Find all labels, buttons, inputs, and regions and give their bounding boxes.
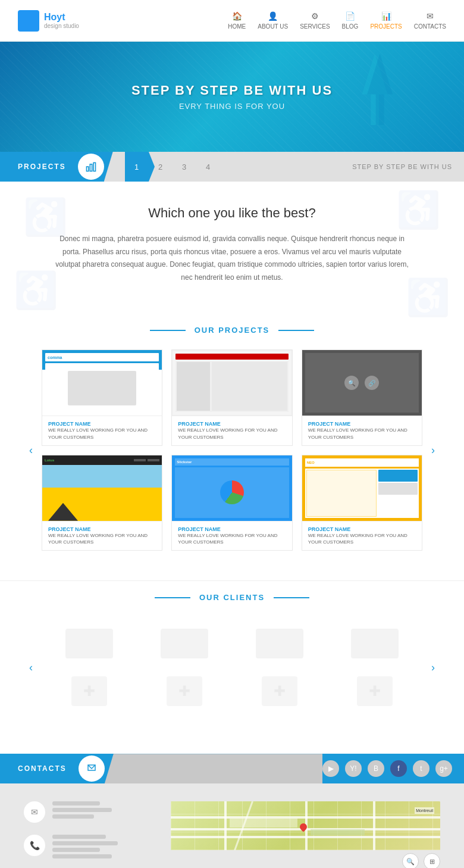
project-card-3[interactable]: 🔍 🔗 PROJECT NAME WE REALLY LOVE WORKING … bbox=[302, 349, 422, 445]
project-card-5[interactable]: Slickster PROJECT NAME WE REALLY LOVE WO… bbox=[171, 455, 292, 551]
email-line-2 bbox=[52, 808, 112, 812]
logo-sub: design studio bbox=[44, 23, 79, 29]
contacts-bar-label: CONTACTS bbox=[0, 764, 79, 773]
project-desc-2: WE REALLY LOVE WORKING FOR YOU AND YOUR … bbox=[178, 427, 286, 440]
project-info-3: PROJECT NAME WE REALLY LOVE WORKING FOR … bbox=[302, 416, 422, 445]
client-logo-2 bbox=[161, 629, 208, 658]
client-logo-1 bbox=[65, 629, 113, 658]
projects-icon: 📊 bbox=[380, 11, 392, 21]
nav-contacts[interactable]: ✉ CONTACTS bbox=[414, 11, 446, 30]
projects-bar-label: PROJECTS bbox=[0, 152, 78, 182]
clients-prev[interactable]: ‹ bbox=[24, 660, 38, 675]
project-thumb-2 bbox=[172, 350, 291, 416]
clients-grid-2: ✚ ✚ ✚ ✚ bbox=[42, 670, 422, 718]
project-card-4[interactable]: Lotus PROJECT NAME WE REALLY LOVE bbox=[42, 455, 162, 551]
hero-arrow bbox=[357, 54, 393, 125]
blog-icon: 📄 bbox=[344, 11, 356, 21]
projects-bar: PROJECTS 1 2 3 4 STEP BY STEP BE WITH US bbox=[0, 152, 464, 182]
map[interactable]: Montreuil bbox=[171, 801, 440, 850]
thumb-btn-6b bbox=[378, 483, 418, 495]
svg-rect-2 bbox=[86, 167, 88, 171]
thumb-content-5: Slickster bbox=[172, 455, 291, 521]
project-name-5: PROJECT NAME bbox=[178, 526, 286, 532]
thumb-header-1: comma bbox=[45, 353, 159, 361]
thumb-content-4: Lotus bbox=[42, 455, 162, 521]
bg-sym-4: ♿ bbox=[406, 276, 450, 319]
section-title: Which one you like the best? bbox=[36, 205, 428, 221]
client-logo-7: ✚ bbox=[262, 676, 297, 706]
social-googleplus[interactable]: g+ bbox=[435, 760, 452, 777]
contacts-icon-box bbox=[79, 755, 105, 782]
thumb-icons-3: 🔍 🔗 bbox=[305, 353, 419, 413]
phone-line-4 bbox=[52, 854, 112, 858]
map-block-1 bbox=[230, 819, 297, 828]
project-info-6: PROJECT NAME WE REALLY LOVE WORKING FOR … bbox=[302, 521, 422, 550]
thumb-icon-b: 🔗 bbox=[365, 376, 379, 390]
main-content: ♿ ♿ ♿ ♿ Which one you like the best? Don… bbox=[0, 182, 464, 326]
bg-sym-3: ♿ bbox=[14, 269, 58, 311]
about-icon: 👤 bbox=[267, 11, 279, 21]
our-projects-title: OUR PROJECTS bbox=[195, 326, 270, 335]
clients-grid-1 bbox=[42, 617, 422, 670]
phone-text-block bbox=[52, 835, 118, 861]
projects-carousel: ‹ comma PROJECT NAME WE REALLY LOVE WORK… bbox=[24, 349, 440, 551]
map-expand-btn[interactable]: ⊞ bbox=[424, 853, 440, 868]
project-card-1[interactable]: comma PROJECT NAME WE REALLY LOVE WORKIN… bbox=[42, 349, 162, 445]
social-blogger[interactable]: B bbox=[368, 760, 384, 777]
social-youtube[interactable]: ▶ bbox=[322, 760, 339, 777]
client-logo-6: ✚ bbox=[167, 676, 202, 706]
social-yahoo[interactable]: Y! bbox=[345, 760, 362, 777]
project-name-6: PROJECT NAME bbox=[308, 526, 416, 532]
project-name-2: PROJECT NAME bbox=[178, 421, 286, 427]
thumb-btn-6a bbox=[378, 470, 418, 482]
thumb-bar-5: Slickster bbox=[175, 458, 289, 466]
step-1[interactable]: 1 bbox=[125, 152, 149, 182]
project-name-3: PROJECT NAME bbox=[308, 421, 416, 427]
carousel-prev[interactable]: ‹ bbox=[24, 443, 38, 457]
project-desc-6: WE REALLY LOVE WORKING FOR YOU AND YOUR … bbox=[308, 532, 416, 545]
header-line-right bbox=[278, 330, 314, 331]
social-facebook[interactable]: f bbox=[390, 760, 407, 777]
thumb-sidebar-6 bbox=[378, 470, 418, 517]
hero-title: STEP BY STEP BE WITH US bbox=[131, 83, 333, 98]
step-4[interactable]: 4 bbox=[196, 152, 220, 182]
nav-services[interactable]: ⚙ SERVICES bbox=[300, 11, 330, 30]
hero-banner: STEP BY STEP BE WITH US EVRY THING IS FO… bbox=[0, 42, 464, 152]
nav-about[interactable]: 👤 ABOUT US bbox=[258, 11, 288, 30]
section-desc: Donec mi magna, pharetra posuere euismod… bbox=[54, 233, 410, 284]
thumb-body-6 bbox=[305, 469, 419, 518]
thumb-main bbox=[212, 362, 287, 411]
email-line-1 bbox=[52, 801, 100, 805]
clients-next[interactable]: › bbox=[426, 660, 440, 675]
thumb-content-3: 🔍 🔗 bbox=[302, 350, 422, 416]
thumb-mountain bbox=[48, 503, 78, 521]
nav-projects[interactable]: 📊 PROJECTS bbox=[370, 11, 402, 30]
our-projects-header: OUR PROJECTS bbox=[24, 326, 440, 335]
carousel-next[interactable]: › bbox=[426, 443, 440, 457]
project-card-2[interactable]: PROJECT NAME WE REALLY LOVE WORKING FOR … bbox=[171, 349, 292, 445]
project-thumb-6: NEO bbox=[302, 455, 422, 521]
nav-blog[interactable]: 📄 BLOG bbox=[342, 11, 359, 30]
thumb-main-6 bbox=[306, 470, 377, 517]
project-card-6[interactable]: NEO PROJECT NAME WE REALLY LOVE W bbox=[302, 455, 422, 551]
our-projects-section: OUR PROJECTS ‹ comma PROJECT NAME WE REA… bbox=[0, 326, 464, 574]
map-search-btn[interactable]: 🔍 bbox=[402, 853, 419, 868]
project-desc-4: WE REALLY LOVE WORKING FOR YOU AND YOUR … bbox=[48, 532, 156, 545]
nav-home[interactable]: 🏠 HOME bbox=[228, 11, 246, 30]
clients-section: OUR CLIENTS ‹ ✚ ✚ ✚ ✚ › bbox=[0, 580, 464, 742]
social-twitter[interactable]: t bbox=[413, 760, 429, 777]
clients-header: OUR CLIENTS bbox=[24, 593, 440, 602]
cross-1: ✚ bbox=[83, 683, 95, 700]
bar-tagline: STEP BY STEP BE WITH US bbox=[352, 163, 464, 170]
project-thumb-1: comma bbox=[42, 350, 162, 416]
client-logo-4 bbox=[351, 629, 399, 658]
steps-container: 1 2 3 4 STEP BY STEP BE WITH US bbox=[104, 152, 464, 182]
road-v-1 bbox=[224, 801, 227, 850]
clients-carousel: ‹ ✚ ✚ ✚ ✚ › bbox=[24, 617, 440, 718]
thumb-scene-4 bbox=[42, 465, 162, 521]
project-thumb-4: Lotus bbox=[42, 455, 162, 521]
client-logo-5: ✚ bbox=[71, 676, 107, 706]
map-container: Montreuil 🔍 ⊞ bbox=[171, 801, 440, 868]
client-logo-3 bbox=[256, 629, 303, 658]
step-3[interactable]: 3 bbox=[173, 152, 196, 182]
